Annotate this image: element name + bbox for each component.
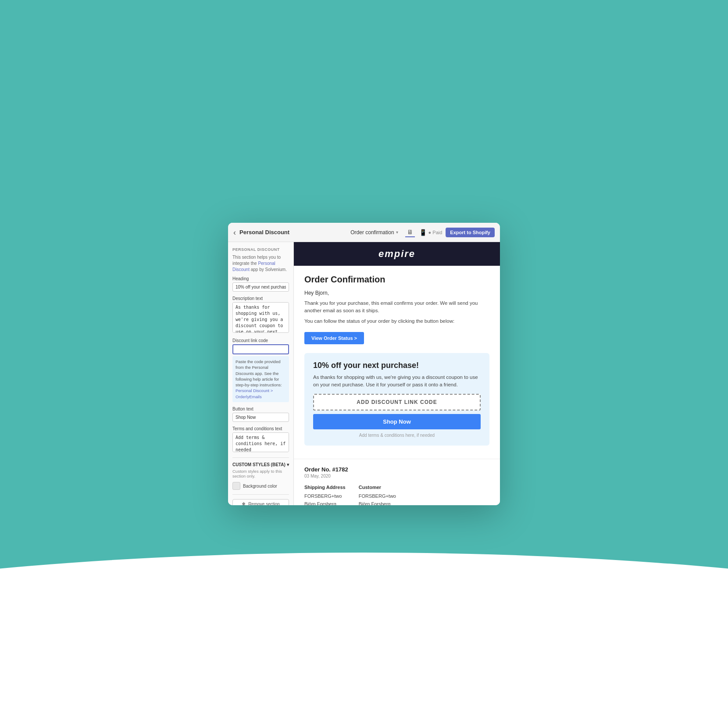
email-follow-text: You can follow the status of your order …	[304, 318, 489, 325]
shop-now-button[interactable]: Shop Now	[313, 414, 481, 429]
shipping-line1: FORSBERG+two	[304, 492, 346, 500]
help-article-link[interactable]: Personal Discount > OrderlyEmails	[236, 388, 273, 399]
discount-code-input[interactable]	[232, 344, 289, 354]
discount-hint-box: Paste the code provided from the Persona…	[232, 356, 289, 402]
email-header: empire	[294, 242, 500, 266]
desktop-icon[interactable]: 🖥	[405, 228, 415, 237]
description-field-group: Description text As thanks for shopping …	[232, 296, 289, 334]
email-title: Order Confirmation	[304, 275, 489, 285]
app-window: ‹ Personal Discount Order confirmation ▾…	[228, 223, 500, 505]
discount-section-box: 10% off your next purchase! As thanks fo…	[304, 353, 489, 446]
device-icons-group: 🖥 📱	[405, 228, 428, 237]
mobile-icon[interactable]: 📱	[418, 228, 428, 237]
paid-badge: ● Paid	[428, 230, 443, 235]
back-button[interactable]: ‹	[233, 228, 236, 236]
custom-styles-group: CUSTOM STYLES (BETA) ▾ Custom styles app…	[232, 462, 289, 490]
terms-field-group: Terms and conditions text Add terms & co…	[232, 426, 289, 453]
customer-header: Customer	[359, 485, 396, 490]
button-text-field-group: Button text	[232, 407, 289, 422]
heading-field-group: Heading	[232, 276, 289, 292]
order-date: 03 May, 2020	[304, 474, 489, 478]
view-order-button[interactable]: View Order Status >	[304, 332, 364, 344]
heading-input[interactable]	[232, 282, 289, 292]
email-preview-panel: empire Order Confirmation Hey Bjorn, Tha…	[294, 242, 500, 505]
terms-textarea[interactable]: Add terms & conditions here, if needed	[232, 432, 289, 452]
remove-section-button[interactable]: 🗑 Remove section	[232, 499, 289, 505]
dropdown-caret-icon: ▾	[396, 230, 398, 235]
section-description: This section helps you to integrate the …	[232, 254, 289, 273]
discount-heading: 10% off your next purchase!	[313, 361, 481, 370]
topbar-center: Order confirmation ▾ 🖥 📱	[350, 228, 428, 237]
shipping-header: Shipping Address	[304, 485, 346, 490]
custom-styles-desc: Custom styles apply to this section only…	[232, 469, 289, 478]
customer-column: Customer FORSBERG+two Björn Forsberg Tra…	[359, 485, 396, 505]
terms-label: Terms and conditions text	[232, 426, 289, 431]
discount-input-wrapper: ➜	[232, 344, 289, 354]
heading-label: Heading	[232, 276, 289, 281]
email-wrapper: empire Order Confirmation Hey Bjorn, Tha…	[294, 242, 500, 505]
bg-color-label: Background color	[243, 484, 277, 489]
left-panel: PERSONAL DISCOUNT This section helps you…	[228, 242, 294, 505]
email-type-dropdown[interactable]: Order confirmation ▾	[350, 229, 398, 236]
divider-2	[232, 494, 289, 495]
description-textarea[interactable]: As thanks for shopping with us, we're gi…	[232, 302, 289, 333]
email-body: Order Confirmation Hey Bjorn, Thank you …	[294, 266, 500, 459]
section-header: PERSONAL DISCOUNT	[232, 247, 289, 252]
export-button[interactable]: Export to Shopify	[446, 228, 495, 237]
trash-icon: 🗑	[242, 502, 246, 505]
email-confirm-text: Thank you for your purchase, this email …	[304, 300, 489, 315]
button-text-label: Button text	[232, 407, 289, 411]
order-columns: Shipping Address FORSBERG+two Björn Fors…	[304, 485, 489, 505]
custom-styles-toggle[interactable]: CUSTOM STYLES (BETA) ▾	[232, 462, 289, 467]
shipping-column: Shipping Address FORSBERG+two Björn Fors…	[304, 485, 346, 505]
main-layout: PERSONAL DISCOUNT This section helps you…	[228, 242, 500, 505]
bg-color-row: Background color	[232, 482, 289, 490]
add-discount-code-button[interactable]: ADD DISCOUNT LINK CODE	[313, 394, 481, 410]
button-text-input[interactable]	[232, 413, 289, 422]
top-bar: ‹ Personal Discount Order confirmation ▾…	[228, 223, 500, 242]
divider-1	[232, 457, 289, 458]
order-number: Order No. #1782	[304, 466, 489, 473]
brand-name: empire	[303, 248, 491, 260]
window-title: Personal Discount	[239, 229, 350, 236]
discount-desc: As thanks for shopping with us, we're gi…	[313, 374, 481, 389]
topbar-right: ● Paid Export to Shopify	[428, 228, 495, 237]
order-section: Order No. #1782 03 May, 2020 Shipping Ad…	[294, 459, 500, 505]
terms-placeholder-text: Add terms & conditions here, if needed	[313, 433, 481, 438]
customer-line2: Björn Forsberg	[359, 500, 396, 505]
email-greeting: Hey Bjorn,	[304, 290, 489, 296]
discount-code-label: Discount link code	[232, 338, 289, 343]
discount-code-field-group: Discount link code ➜ Paste the code prov…	[232, 338, 289, 402]
bg-color-swatch[interactable]	[232, 482, 240, 490]
customer-line1: FORSBERG+two	[359, 492, 396, 500]
shipping-line2: Björn Forsberg	[304, 500, 346, 505]
description-label: Description text	[232, 296, 289, 301]
